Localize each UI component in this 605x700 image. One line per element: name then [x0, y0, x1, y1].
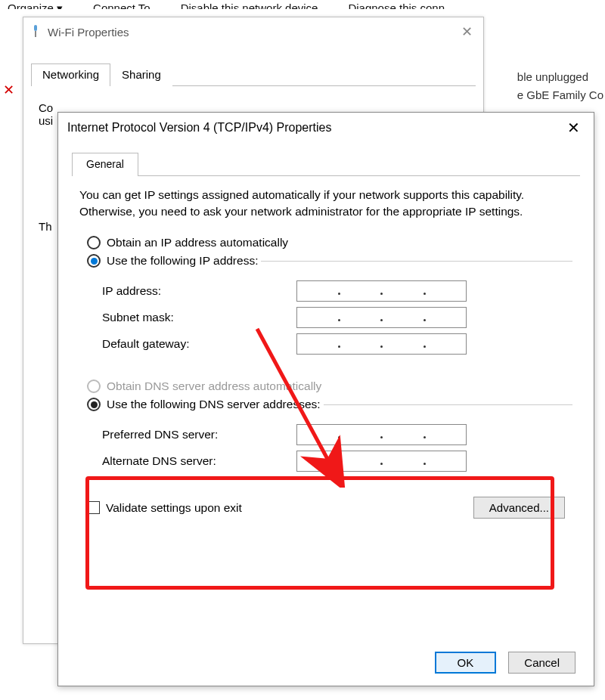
- tab-sharing[interactable]: Sharing: [110, 63, 172, 86]
- alternate-dns-input[interactable]: [296, 451, 467, 472]
- radio-obtain-dns-label: Obtain DNS server address automatically: [107, 379, 321, 393]
- radio-obtain-dns: Obtain DNS server address automatically: [87, 379, 572, 393]
- ipv4-close-button[interactable]: ✕: [563, 117, 585, 138]
- left-strip-icon: ✕: [0, 82, 17, 98]
- radio-use-ip-label: Use the following IP address:: [107, 254, 258, 268]
- alternate-dns-label: Alternate DNS server:: [102, 454, 287, 468]
- wifi-title-text: Wi-Fi Properties: [48, 26, 129, 39]
- tab-general[interactable]: General: [72, 153, 138, 176]
- background-adapter-text: ble unplugged e GbE Family Co: [517, 68, 603, 104]
- dns-group: Use the following DNS server addresses: …: [87, 398, 572, 483]
- ip-address-input[interactable]: [296, 280, 467, 302]
- wifi-titlebar: Wi-Fi Properties ✕: [23, 17, 483, 46]
- ipv4-footer: OK Cancel: [435, 652, 576, 674]
- radio-use-dns[interactable]: Use the following DNS server addresses:: [87, 398, 324, 411]
- default-gateway-label: Default gateway:: [102, 337, 287, 351]
- advanced-button[interactable]: Advanced...: [473, 497, 565, 519]
- ipv4-help-text: You can get IP settings assigned automat…: [79, 187, 572, 219]
- radio-obtain-ip-label: Obtain an IP address automatically: [107, 236, 288, 249]
- preferred-dns-input[interactable]: [296, 424, 467, 445]
- preferred-dns-label: Preferred DNS server:: [102, 428, 287, 441]
- ok-button[interactable]: OK: [435, 652, 497, 674]
- tab-networking[interactable]: Networking: [31, 63, 110, 86]
- checkbox-icon: [87, 501, 100, 514]
- validate-checkbox-row[interactable]: Validate settings upon exit: [87, 501, 242, 515]
- svg-rect-1: [35, 31, 36, 37]
- radio-icon: [87, 379, 101, 393]
- ip-address-group: Use the following IP address: IP address…: [87, 254, 572, 366]
- radio-use-dns-label: Use the following DNS server addresses:: [107, 398, 321, 411]
- radio-icon: [87, 236, 101, 249]
- subnet-mask-label: Subnet mask:: [102, 311, 287, 324]
- ipv4-properties-dialog: Internet Protocol Version 4 (TCP/IPv4) P…: [57, 112, 594, 686]
- radio-obtain-ip[interactable]: Obtain an IP address automatically: [87, 236, 572, 249]
- svg-rect-0: [34, 25, 37, 31]
- ipv4-title-text: Internet Protocol Version 4 (TCP/IPv4) P…: [67, 121, 331, 135]
- subnet-mask-input[interactable]: [296, 307, 467, 328]
- cancel-button[interactable]: Cancel: [508, 652, 576, 674]
- validate-label: Validate settings upon exit: [106, 501, 242, 515]
- ip-address-label: IP address:: [102, 284, 287, 298]
- radio-use-ip[interactable]: Use the following IP address:: [87, 254, 261, 268]
- wifi-icon: [29, 23, 42, 41]
- wifi-close-button[interactable]: ✕: [457, 23, 477, 40]
- radio-icon: [87, 254, 101, 268]
- wifi-tabs: Networking Sharing: [31, 63, 476, 86]
- ipv4-tabs: General: [72, 152, 580, 176]
- default-gateway-input[interactable]: [296, 333, 467, 355]
- radio-icon: [87, 398, 101, 411]
- ipv4-titlebar: Internet Protocol Version 4 (TCP/IPv4) P…: [58, 113, 594, 143]
